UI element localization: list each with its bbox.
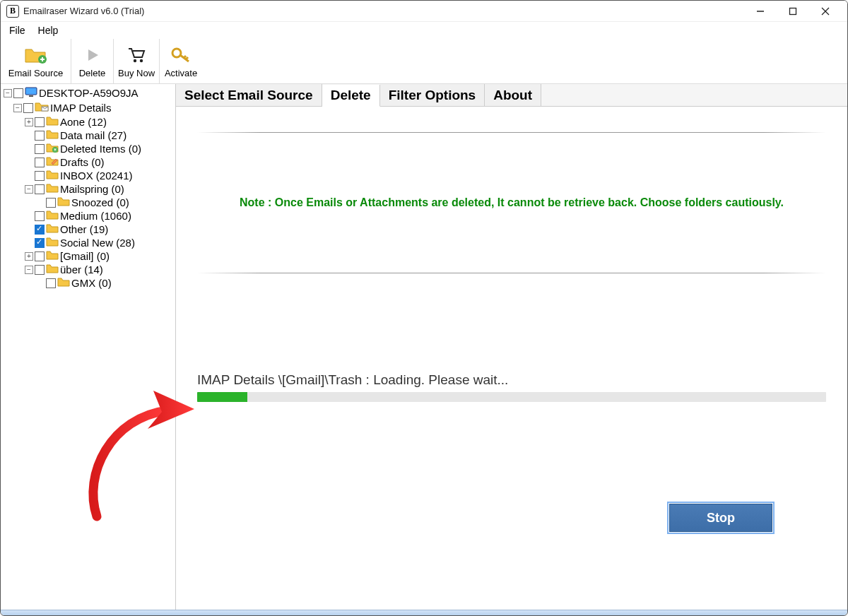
tree-node[interactable]: −IMAP Details: [1, 100, 175, 115]
tree-node[interactable]: Data mail (27): [1, 129, 175, 142]
folder-icon: [46, 250, 59, 262]
svg-rect-8: [25, 88, 37, 95]
menu-bar: File Help: [1, 22, 847, 39]
menu-help[interactable]: Help: [38, 25, 59, 36]
tree-checkbox[interactable]: [35, 265, 45, 275]
draft-icon: [46, 156, 59, 168]
tab-filter-options[interactable]: Filter Options: [380, 84, 485, 106]
menu-file[interactable]: File: [9, 25, 25, 36]
progress-bar: [197, 392, 826, 402]
divider: [197, 132, 826, 133]
tree-checkbox[interactable]: [35, 158, 45, 167]
toolbar-label: Email Source: [8, 68, 63, 78]
maximize-button[interactable]: [777, 1, 809, 21]
main-area: −DESKTOP-A59O9JA−IMAP Details+Aone (12)D…: [1, 84, 847, 610]
tree-spacer: [36, 279, 45, 288]
tree-checkbox[interactable]: [35, 211, 45, 221]
folder-add-icon: [24, 44, 48, 66]
folder-icon: [46, 129, 59, 141]
toolbar-label: Delete: [79, 68, 106, 78]
tree-node[interactable]: INBOX (20241): [1, 169, 175, 182]
tree-checkbox[interactable]: [13, 88, 23, 98]
progress-status-text: IMAP Details \[Gmail]\Trash : Loading. P…: [187, 372, 836, 392]
tree-checkbox[interactable]: [35, 131, 45, 141]
play-icon: [84, 44, 101, 66]
tree-spacer: [25, 172, 33, 180]
tab-strip: Select Email Source Delete Filter Option…: [176, 84, 847, 107]
tree-node-label: GMX (0): [71, 277, 112, 289]
close-button[interactable]: [809, 1, 842, 21]
tree-spacer: [25, 145, 33, 153]
tree-node[interactable]: Medium (1060): [1, 209, 175, 223]
tree-node-label: Snoozed (0): [71, 196, 129, 208]
bottom-bar: [1, 610, 847, 615]
tree-checkbox[interactable]: [35, 225, 45, 235]
collapse-icon[interactable]: −: [13, 104, 22, 112]
toolbar-label: Buy Now: [118, 68, 155, 78]
collapse-icon[interactable]: −: [25, 185, 33, 194]
collapse-icon[interactable]: −: [25, 266, 33, 274]
progress-fill: [197, 392, 247, 402]
tree-checkbox[interactable]: [46, 198, 56, 208]
tree-node[interactable]: Deleted Items (0): [1, 142, 175, 155]
tree-node[interactable]: −DESKTOP-A59O9JA: [1, 85, 175, 100]
tree-node-label: über (14): [60, 263, 103, 276]
tree-node[interactable]: Snoozed (0): [1, 196, 175, 209]
tree-node-label: Aone (12): [60, 116, 107, 128]
svg-rect-9: [29, 95, 33, 97]
tree-node[interactable]: Social New (28): [1, 236, 175, 249]
toolbar-activate[interactable]: Activate: [160, 39, 202, 83]
toolbar-delete[interactable]: Delete: [71, 39, 114, 83]
tree-node[interactable]: +[Gmail] (0): [1, 249, 175, 263]
tree-node-label: Drafts (0): [60, 156, 105, 168]
tree-node-label: Medium (1060): [60, 210, 131, 222]
tree-node[interactable]: +Aone (12): [1, 115, 175, 129]
tree-checkbox[interactable]: [35, 238, 45, 248]
expand-icon[interactable]: +: [25, 118, 33, 126]
tree-checkbox[interactable]: [35, 144, 45, 154]
tab-select-source[interactable]: Select Email Source: [176, 84, 322, 106]
tree-node[interactable]: GMX (0): [1, 276, 175, 290]
tree-node[interactable]: −über (14): [1, 263, 175, 276]
folder-icon: [46, 237, 59, 249]
tree-node-label: Data mail (27): [60, 129, 126, 141]
monitor-icon: [25, 86, 37, 100]
tree-spacer: [25, 131, 33, 140]
app-icon: B: [6, 5, 19, 18]
tree-node-label: Social New (28): [60, 237, 135, 249]
content-pane: Select Email Source Delete Filter Option…: [176, 84, 847, 610]
tree-checkbox[interactable]: [46, 278, 56, 288]
toolbar-label: Activate: [165, 68, 197, 78]
toolbar-buy-now[interactable]: Buy Now: [114, 39, 160, 83]
minimize-button[interactable]: [744, 1, 777, 21]
tree-spacer: [25, 158, 33, 167]
tree-node[interactable]: Drafts (0): [1, 155, 175, 169]
collapse-icon[interactable]: −: [4, 89, 12, 97]
tree-checkbox[interactable]: [35, 171, 45, 181]
tree-checkbox[interactable]: [35, 117, 45, 127]
tree-spacer: [25, 225, 33, 234]
tree-checkbox[interactable]: [35, 184, 45, 194]
tree-spacer: [25, 212, 33, 220]
folder-icon: [46, 183, 59, 195]
tree-node[interactable]: −Mailspring (0): [1, 182, 175, 196]
tab-about[interactable]: About: [485, 84, 541, 106]
tree-node[interactable]: Other (19): [1, 223, 175, 236]
svg-point-6: [140, 59, 143, 62]
svg-rect-1: [790, 8, 796, 14]
tree-node-label: Deleted Items (0): [60, 143, 141, 155]
tree-spacer: [36, 199, 45, 207]
title-bar: B Emailraser Wizard v6.0 (Trial): [1, 1, 847, 22]
folder-icon: [46, 210, 59, 222]
tree-checkbox[interactable]: [35, 251, 45, 261]
window-controls: [744, 1, 842, 21]
expand-icon[interactable]: +: [25, 252, 33, 261]
folder-icon: [46, 223, 59, 235]
toolbar-email-source[interactable]: Email Source: [1, 39, 71, 83]
svg-point-5: [134, 59, 136, 62]
stop-button[interactable]: Stop: [669, 504, 772, 532]
folder-tree[interactable]: −DESKTOP-A59O9JA−IMAP Details+Aone (12)D…: [1, 84, 176, 610]
tree-checkbox[interactable]: [23, 103, 33, 113]
folder-icon: [46, 170, 59, 182]
tab-delete[interactable]: Delete: [322, 85, 380, 107]
